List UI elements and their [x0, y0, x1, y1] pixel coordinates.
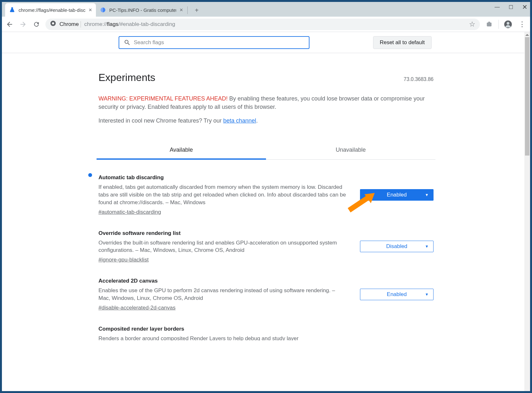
warning-text: WARNING: EXPERIMENTAL FEATURES AHEAD! By… — [97, 94, 435, 111]
reload-button[interactable] — [32, 20, 41, 29]
flag-anchor-link[interactable]: #automatic-tab-discarding — [98, 209, 161, 215]
warning-prefix: WARNING: EXPERIMENTAL FEATURES AHEAD! — [98, 95, 228, 102]
flag-description: Overrides the built-in software renderin… — [98, 239, 347, 254]
tabs-row: Available Unavailable — [97, 141, 435, 160]
flag-item: Override software rendering list Overrid… — [97, 227, 435, 275]
flag-select[interactable]: Disabled ▼ — [360, 241, 434, 252]
reset-label: Reset all to default — [380, 39, 425, 46]
flag-title: Composited render layer borders — [98, 326, 421, 332]
tab-inactive[interactable]: PC-Tips.INFO - Gratis computer t × — [96, 3, 187, 17]
window-controls: — ☐ ✕ — [495, 3, 528, 11]
beta-line: Interested in cool new Chrome features? … — [97, 117, 435, 124]
omnibox[interactable]: Chrome chrome://flags/#enable-tab-discar… — [45, 19, 480, 30]
menu-icon[interactable]: ⋮ — [517, 20, 527, 29]
content-area: Search flags Reset all to default Experi… — [2, 32, 530, 391]
tab-available[interactable]: Available — [97, 141, 266, 160]
tab-title: chrome://flags/#enable-tab-disc — [19, 7, 85, 13]
flag-anchor-link[interactable]: #disable-accelerated-2d-canvas — [98, 305, 176, 311]
browser-window: chrome://flags/#enable-tab-disc × PC-Tip… — [2, 2, 530, 391]
svg-rect-3 — [487, 22, 492, 26]
flag-select-value: Enabled — [387, 291, 407, 298]
page-title: Experiments — [98, 72, 155, 84]
search-placeholder: Search flags — [134, 39, 164, 46]
star-icon[interactable]: ☆ — [469, 20, 475, 28]
tab-unavailable[interactable]: Unavailable — [266, 141, 435, 159]
scrollbar[interactable] — [524, 32, 530, 391]
close-icon[interactable]: × — [89, 7, 92, 13]
beta-link[interactable]: beta channel — [223, 117, 256, 124]
beta-text: Interested in cool new Chrome features? … — [98, 117, 223, 124]
scrollbar-thumb[interactable] — [525, 37, 529, 156]
extension-icon[interactable] — [484, 20, 494, 29]
modified-dot-icon — [88, 173, 92, 177]
minimize-icon[interactable]: — — [495, 4, 500, 10]
tab-title: PC-Tips.INFO - Gratis computer t — [109, 7, 176, 13]
maximize-icon[interactable]: ☐ — [509, 4, 513, 10]
flag-title: Override software rendering list — [98, 230, 347, 237]
flag-title: Accelerated 2D canvas — [98, 278, 347, 284]
close-icon[interactable]: × — [180, 7, 183, 13]
back-button[interactable] — [5, 20, 14, 29]
flags-header: Search flags Reset all to default — [2, 32, 530, 53]
reset-button[interactable]: Reset all to default — [373, 36, 432, 49]
chrome-icon — [50, 20, 56, 28]
tabs-bar: chrome://flags/#enable-tab-disc × PC-Tip… — [2, 2, 530, 17]
flag-description: If enabled, tabs get automatically disca… — [98, 183, 347, 206]
toolbar-separator — [498, 20, 499, 29]
chevron-down-icon: ▼ — [425, 292, 429, 297]
flag-item: Accelerated 2D canvas Enables the use of… — [97, 275, 435, 323]
flag-item: Automatic tab discarding If enabled, tab… — [97, 171, 435, 227]
url-host: flags — [107, 21, 118, 28]
flag-select[interactable]: Enabled ▼ — [360, 189, 434, 201]
svg-point-2 — [52, 22, 54, 25]
url-scheme: chrome:// — [84, 21, 107, 28]
flag-select[interactable]: Enabled ▼ — [360, 289, 434, 300]
flag-select-value: Disabled — [386, 243, 407, 250]
flag-select-value: Enabled — [387, 192, 407, 198]
toolbar: Chrome chrome://flags/#enable-tab-discar… — [2, 17, 530, 32]
flag-description: Enables the use of the GPU to perform 2d… — [98, 287, 347, 302]
svg-point-6 — [507, 22, 510, 25]
new-tab-button[interactable]: + — [191, 4, 202, 16]
chevron-down-icon: ▼ — [425, 193, 429, 197]
profile-icon[interactable] — [503, 20, 513, 29]
tab-separator — [187, 6, 188, 14]
search-input[interactable]: Search flags — [119, 36, 309, 49]
omnibox-separator — [81, 21, 81, 28]
globe-icon — [100, 7, 106, 13]
flag-item: Composited render layer borders Renders … — [97, 323, 435, 343]
flag-anchor-link[interactable]: #ignore-gpu-blacklist — [98, 257, 149, 263]
close-window-icon[interactable]: ✕ — [522, 3, 528, 11]
flag-title: Automatic tab discarding — [98, 174, 347, 181]
forward-button[interactable] — [19, 20, 27, 29]
scroll-up-arrow[interactable] — [525, 32, 529, 36]
chevron-down-icon: ▼ — [425, 244, 429, 249]
flag-list: Automatic tab discarding If enabled, tab… — [97, 171, 435, 343]
url-path: /#enable-tab-discarding — [118, 21, 175, 28]
flask-icon — [9, 7, 15, 13]
tab-active[interactable]: chrome://flags/#enable-tab-disc × — [5, 3, 96, 17]
search-icon — [124, 39, 131, 46]
svg-rect-4 — [488, 21, 490, 23]
page-body: Experiments 73.0.3683.86 WARNING: EXPERI… — [97, 53, 435, 343]
chrome-label: Chrome — [59, 21, 79, 28]
version-text: 73.0.3683.86 — [404, 76, 434, 82]
flag-description: Renders a border around composited Rende… — [98, 335, 421, 341]
